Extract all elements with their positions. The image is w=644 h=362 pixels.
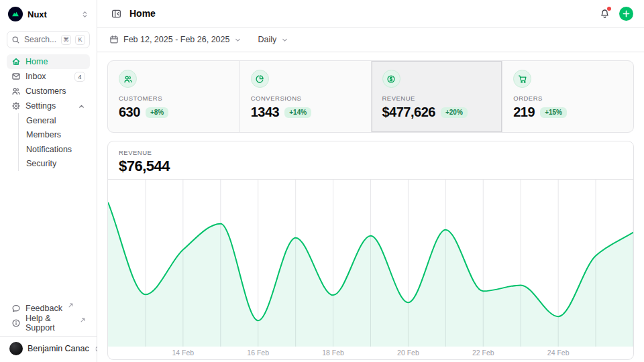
inbox-count-badge: 4 [74, 72, 85, 82]
collapse-sidebar-button[interactable] [108, 5, 124, 21]
kbd-k: K [75, 35, 85, 45]
cart-icon [513, 70, 531, 88]
sidebar-item-label: Home [25, 57, 48, 66]
stat-label: CUSTOMERS [119, 95, 229, 102]
revenue-chart-xaxis: 14 Feb16 Feb18 Feb20 Feb22 Feb24 Feb [108, 347, 633, 359]
chevron-down-icon [281, 36, 288, 44]
sidebar-item-customers[interactable]: Customers [7, 84, 90, 99]
stat-card-orders[interactable]: ORDERS 219 +15% [502, 61, 633, 132]
sidebar-item-label: Customers [25, 86, 66, 96]
chat-bubble-icon [11, 304, 21, 313]
x-axis-tick: 18 Feb [322, 349, 344, 357]
sidebar-item-label: Inbox [25, 72, 46, 81]
x-axis-tick: 16 Feb [247, 349, 269, 357]
x-axis-tick: 20 Feb [397, 349, 419, 357]
user-name: Benjamin Canac [28, 344, 89, 353]
date-range-label: Feb 12, 2025 - Feb 26, 2025 [123, 35, 229, 44]
stat-value: $477,626 [382, 105, 435, 120]
stat-value: 1343 [251, 105, 280, 120]
sidebar-item-settings[interactable]: Settings [7, 99, 90, 113]
chevron-down-icon [234, 36, 241, 44]
sub-item-label: General [26, 116, 56, 125]
sidebar-item-label: Settings [25, 101, 56, 111]
panel-left-close-icon [111, 9, 121, 19]
calendar-icon [109, 35, 119, 44]
sidebar-item-general[interactable]: General [26, 113, 90, 128]
search-placeholder: Search... [24, 35, 57, 44]
sidebar: Nuxt Search... ⌘ K Home Inbox 4 [0, 0, 97, 362]
sidebar-item-home[interactable]: Home [7, 54, 90, 69]
notification-dot [607, 7, 611, 11]
sidebar-item-members[interactable]: Members [26, 128, 90, 143]
granularity-label: Daily [258, 35, 276, 44]
pie-chart-icon [251, 70, 269, 88]
revenue-chart-header: REVENUE $76,544 [108, 141, 633, 180]
stat-card-conversions[interactable]: CONVERSIONS 1343 +14% [239, 61, 371, 132]
users-icon [11, 86, 21, 96]
search-icon [11, 36, 20, 44]
sidebar-footer: Feedback Help & Support Benjamin Canac [7, 301, 90, 357]
workspace-switcher[interactable]: Nuxt [7, 7, 90, 21]
stat-delta-badge: +8% [146, 107, 168, 118]
stat-delta-badge: +20% [441, 107, 468, 118]
main-content: CUSTOMERS 630 +8% CONVERSIONS 1343 +14% … [97, 52, 644, 362]
filters-toolbar: Feb 12, 2025 - Feb 26, 2025 Daily [97, 27, 644, 52]
stat-value: 219 [513, 105, 535, 120]
stat-label: REVENUE [382, 95, 492, 102]
kbd-cmd: ⌘ [61, 35, 71, 45]
stat-delta-badge: +14% [284, 107, 311, 118]
stat-value: 630 [119, 105, 140, 120]
x-axis-tick: 22 Feb [472, 349, 494, 357]
help-support-label: Help & Support [25, 314, 74, 333]
sidebar-nav: Home Inbox 4 Customers Settings Genera [7, 54, 90, 171]
sidebar-item-inbox[interactable]: Inbox 4 [7, 69, 90, 84]
date-range-picker[interactable]: Feb 12, 2025 - Feb 26, 2025 [108, 32, 243, 47]
sub-item-label: Members [26, 130, 61, 139]
plus-icon [623, 10, 630, 17]
revenue-chart-card: REVENUE $76,544 14 Feb16 Feb18 Feb20 Feb… [107, 141, 634, 360]
x-axis-tick: 24 Feb [547, 349, 570, 357]
inbox-icon [11, 72, 21, 81]
gear-icon [11, 101, 21, 111]
notifications-button[interactable] [596, 5, 612, 21]
feedback-label: Feedback [25, 304, 62, 313]
help-support-link[interactable]: Help & Support [7, 316, 90, 330]
workspace-name: Nuxt [28, 9, 47, 19]
home-icon [11, 57, 21, 66]
sidebar-item-security[interactable]: Security [26, 157, 90, 172]
external-link-icon [80, 318, 85, 322]
users-icon [119, 70, 137, 88]
stat-card-customers[interactable]: CUSTOMERS 630 +8% [108, 61, 239, 132]
sub-item-label: Security [26, 159, 56, 168]
revenue-chart-plot[interactable] [108, 180, 633, 347]
chart-value: $76,544 [119, 158, 623, 175]
top-header: Home [97, 0, 644, 27]
add-button[interactable] [619, 7, 633, 21]
sub-item-label: Notifications [26, 145, 72, 154]
chevron-up-down-icon [81, 11, 89, 18]
stat-card-revenue[interactable]: REVENUE $477,626 +20% [371, 61, 502, 132]
chart-label: REVENUE [119, 149, 623, 156]
chevron-up-icon [78, 103, 85, 110]
nuxt-logo [8, 7, 23, 21]
stats-row: CUSTOMERS 630 +8% CONVERSIONS 1343 +14% … [107, 60, 634, 133]
stat-delta-badge: +15% [540, 107, 567, 118]
sidebar-item-notifications[interactable]: Notifications [26, 142, 90, 157]
page-title: Home [129, 8, 156, 19]
user-menu[interactable]: Benjamin Canac [7, 337, 90, 357]
info-circle-icon [11, 318, 21, 328]
x-axis-tick: 14 Feb [172, 349, 194, 357]
external-link-icon [68, 303, 73, 308]
settings-sub-menu: General Members Notifications Security [18, 113, 90, 171]
dollar-circle-icon [382, 70, 400, 88]
stat-label: CONVERSIONS [251, 95, 360, 102]
stat-label: ORDERS [513, 95, 623, 102]
search-input[interactable]: Search... ⌘ K [7, 31, 90, 48]
granularity-select[interactable]: Daily [256, 32, 290, 47]
avatar [9, 342, 23, 355]
